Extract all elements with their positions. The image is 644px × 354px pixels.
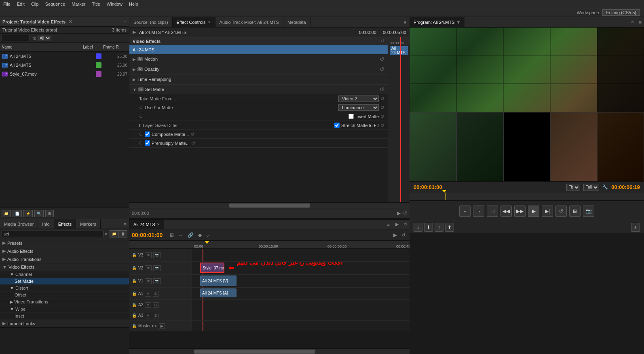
premultiply-matte-checkbox[interactable] bbox=[145, 140, 150, 146]
timeline-panel-menu[interactable]: ≡ bbox=[384, 222, 393, 227]
sub-video-transitions[interactable]: ▶ Video Transitions bbox=[0, 299, 129, 306]
track-lock-master[interactable]: 🔒 bbox=[132, 324, 137, 328]
sub-channel-set-matte[interactable]: Set Matte bbox=[0, 278, 129, 285]
track-clip-ali-a1[interactable]: Ali 24.MTS [A] bbox=[200, 288, 236, 297]
tab-media-browser[interactable]: Media Browser bbox=[0, 219, 38, 229]
premultiply-matte-reset[interactable]: ↺ bbox=[191, 140, 195, 146]
mon-export-frame[interactable]: 📷 bbox=[583, 206, 594, 217]
stretch-matte-reset[interactable]: ↺ bbox=[380, 123, 384, 128]
track-content-v1[interactable]: Ali 24.MTS [V] bbox=[192, 275, 410, 287]
new-bin-btn[interactable]: 📁 bbox=[2, 210, 11, 217]
monitor-quality-select[interactable]: Full bbox=[583, 184, 599, 191]
tl-zoom-out[interactable]: ▶ bbox=[392, 231, 399, 239]
set-matte-reset[interactable]: ↺ bbox=[380, 86, 384, 93]
invert-matte-checkbox[interactable] bbox=[348, 114, 354, 119]
invert-matte-reset[interactable]: ↺ bbox=[380, 114, 384, 119]
use-matte-select[interactable]: Luminance bbox=[338, 104, 379, 111]
source-panel-menu[interactable]: ≡ bbox=[401, 20, 410, 25]
tl-add-keyframe[interactable]: ⬦ bbox=[205, 231, 211, 239]
timeline-scrollbar[interactable] bbox=[129, 348, 410, 354]
mon-overwrite[interactable]: ⬇ bbox=[424, 223, 433, 232]
track-clip-style07[interactable]: Style_07.mo bbox=[200, 263, 224, 273]
track-lock-v2[interactable]: 🔒 bbox=[132, 266, 137, 270]
monitor-wrench-icon[interactable]: 🔧 bbox=[602, 184, 608, 190]
tl-snap-btn[interactable]: ⊞ bbox=[168, 231, 175, 239]
find-btn[interactable]: 🔍 bbox=[34, 210, 44, 217]
track-m-a3[interactable]: M bbox=[145, 313, 151, 318]
mon-mark-out[interactable]: ¬ bbox=[473, 206, 484, 217]
motion-reset[interactable]: ↺ bbox=[380, 56, 384, 62]
track-cam-v2[interactable]: 📷 bbox=[153, 265, 161, 271]
mon-lift[interactable]: ↑ bbox=[435, 223, 443, 232]
take-matte-reset[interactable]: ↺ bbox=[380, 96, 384, 102]
mon-mark-in[interactable]: ⌐ bbox=[459, 206, 471, 217]
effects-search-input[interactable] bbox=[2, 231, 103, 237]
col-frame-header[interactable]: Frame R bbox=[103, 45, 127, 49]
effects-search-clear[interactable]: ✕ bbox=[104, 231, 108, 237]
program-monitor-close[interactable]: ✕ bbox=[628, 19, 637, 25]
sub-wipe-inset[interactable]: Inset bbox=[0, 313, 129, 320]
menu-title[interactable]: Title bbox=[92, 2, 100, 6]
tl-link-btn[interactable]: 🔗 bbox=[186, 231, 195, 239]
stretch-matte-checkbox[interactable] bbox=[334, 123, 340, 128]
track-lock-a2[interactable]: 🔒 bbox=[132, 303, 137, 307]
track-cam-v3[interactable]: 📷 bbox=[153, 252, 161, 258]
tl-ripple-btn[interactable]: ↔ bbox=[177, 231, 185, 239]
tab-info[interactable]: Info bbox=[38, 219, 54, 229]
col-name-header[interactable]: Name bbox=[2, 45, 83, 49]
tl-zoom-in[interactable]: ↺ bbox=[400, 231, 407, 239]
track-cam-v1[interactable]: 📷 bbox=[153, 278, 161, 284]
workspace-dropdown[interactable]: Editing (CS5.5) bbox=[602, 9, 640, 16]
track-s-a3[interactable]: S bbox=[153, 313, 158, 318]
monitor-scrubber[interactable] bbox=[410, 193, 644, 201]
project-item-2[interactable]: Style_07.mov 29.97 bbox=[0, 70, 129, 78]
effect-time-remapping-header[interactable]: ▶ Time Remapping bbox=[129, 74, 388, 84]
tab-effect-controls[interactable]: Effect Controls ✕ bbox=[173, 17, 215, 27]
sub-wipe[interactable]: ▼ Wipe bbox=[0, 306, 129, 313]
program-monitor-menu[interactable]: ≡ bbox=[637, 20, 644, 25]
timeline-loop[interactable]: ↺ bbox=[401, 222, 410, 227]
menu-window[interactable]: Window bbox=[107, 2, 122, 6]
ec-scrollbar[interactable] bbox=[129, 202, 410, 208]
effect-motion-header[interactable]: ▶ fx Motion ↺ bbox=[129, 54, 388, 64]
track-m-a1[interactable]: M bbox=[145, 291, 151, 297]
project-item-0[interactable]: Ali 24.MTS 25.00 bbox=[0, 52, 129, 61]
mon-add-marker[interactable]: + bbox=[631, 223, 640, 232]
timeline-tab-close[interactable]: ✕ bbox=[157, 223, 160, 227]
project-search-input[interactable] bbox=[2, 35, 30, 41]
menu-help[interactable]: Help bbox=[129, 2, 138, 6]
track-lock-a3[interactable]: 🔒 bbox=[132, 313, 137, 318]
monitor-fit-select[interactable]: Fit bbox=[566, 184, 580, 191]
project-panel-close[interactable]: ✕ bbox=[69, 19, 72, 24]
category-presets-header[interactable]: ▶ Presets bbox=[0, 239, 129, 247]
timeline-tab-sequence[interactable]: Ali 24.MTS ✕ bbox=[129, 220, 164, 229]
menu-marker[interactable]: Marker bbox=[72, 2, 85, 6]
track-eye-v2[interactable]: 👁 bbox=[145, 265, 152, 271]
track-eye-v1[interactable]: 👁 bbox=[145, 278, 152, 284]
composite-matte-reset[interactable]: ↺ bbox=[190, 131, 194, 137]
category-audio-transitions-header[interactable]: ▶ Audio Transitions bbox=[0, 255, 129, 263]
effects-delete-custom[interactable]: 🗑 bbox=[119, 230, 127, 237]
project-in-select[interactable]: All bbox=[38, 35, 51, 41]
tl-add-marker[interactable]: ◆ bbox=[196, 231, 203, 239]
col-label-header[interactable]: Label bbox=[83, 45, 103, 49]
track-clip-ali-v1[interactable]: Ali 24.MTS [V] bbox=[200, 276, 236, 286]
automate-btn[interactable]: ⚡ bbox=[23, 210, 33, 217]
mon-extract[interactable]: ⬆ bbox=[445, 223, 454, 232]
mon-insert[interactable]: ↓ bbox=[414, 223, 422, 232]
timeline-go-out[interactable]: ▶ bbox=[393, 222, 401, 227]
category-audio-effects-header[interactable]: ▶ Audio Effects bbox=[0, 247, 129, 255]
track-content-master[interactable] bbox=[192, 321, 410, 331]
project-item-1[interactable]: Ali 24.MTS 25.00 bbox=[0, 61, 129, 70]
track-lock-v3[interactable]: 🔒 bbox=[132, 253, 137, 257]
track-content-v2[interactable]: Style_07.mo ⬅ افکت ویدنویی را غیر قابل د… bbox=[192, 262, 410, 274]
mon-go-in[interactable]: ⊣ bbox=[487, 206, 498, 217]
tab-markers[interactable]: Markers bbox=[76, 219, 101, 229]
menu-file[interactable]: File bbox=[3, 2, 11, 6]
tab-program-monitor[interactable]: Program: Ali 24.MTS ▼ bbox=[410, 17, 465, 27]
effect-opacity-header[interactable]: ▶ fx Opacity ↺ bbox=[129, 64, 388, 74]
tab-metadata[interactable]: Metadata bbox=[283, 17, 310, 27]
menu-clip[interactable]: Clip bbox=[31, 2, 39, 6]
track-expand-master[interactable]: ▶ bbox=[159, 323, 165, 329]
track-content-a2[interactable] bbox=[192, 300, 410, 310]
